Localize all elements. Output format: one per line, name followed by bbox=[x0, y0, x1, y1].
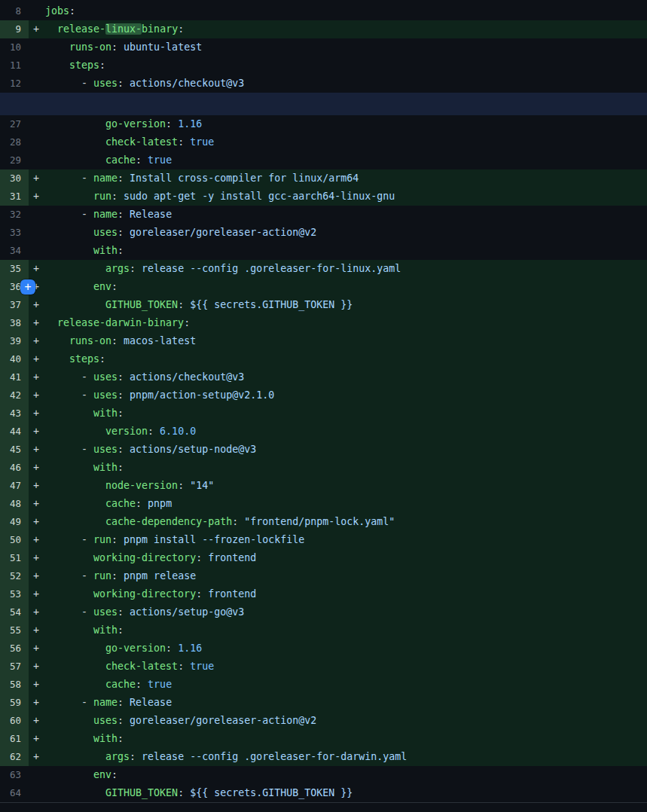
line-number[interactable]: 41 bbox=[0, 368, 29, 386]
line-number[interactable]: 27 bbox=[0, 115, 29, 133]
diff-marker bbox=[29, 206, 45, 224]
line-number[interactable]: 63 bbox=[0, 766, 29, 784]
diff-row: 61+ with: bbox=[0, 730, 647, 748]
code-token: : bbox=[148, 426, 160, 437]
code-token: uses bbox=[93, 444, 117, 455]
line-number[interactable]: 61 bbox=[0, 730, 29, 748]
line-number[interactable]: 10 bbox=[0, 38, 29, 56]
code-token: true bbox=[148, 679, 172, 690]
code-token: - bbox=[45, 78, 93, 89]
diff-marker: + bbox=[29, 296, 45, 314]
code-line: with: bbox=[45, 621, 124, 640]
diff-row: 30+ - name: Install cross-compiler for l… bbox=[0, 169, 647, 188]
code-line: uses: goreleaser/goreleaser-action@v2 bbox=[45, 224, 316, 242]
add-comment-button[interactable]: + bbox=[20, 279, 35, 295]
code-token: run bbox=[45, 191, 111, 202]
line-number[interactable]: 50 bbox=[0, 531, 29, 549]
line-number[interactable]: 58 bbox=[0, 676, 29, 694]
line-number[interactable]: 51 bbox=[0, 549, 29, 567]
code-line: - uses: pnpm/action-setup@v2.1.0 bbox=[45, 386, 274, 404]
code-token: : bbox=[99, 60, 105, 71]
diff-marker: + bbox=[29, 404, 45, 423]
diff-row: 46+ with: bbox=[0, 459, 647, 477]
line-number[interactable]: 59 bbox=[0, 694, 29, 712]
line-number[interactable]: 8 bbox=[0, 2, 29, 20]
code-token: : bbox=[117, 715, 130, 726]
code-token: - bbox=[45, 371, 93, 383]
code-token: working-directory bbox=[45, 552, 196, 563]
line-number[interactable]: 47 bbox=[0, 477, 29, 495]
diff-row: 11 steps: bbox=[0, 56, 647, 75]
diff-row: 54+ - uses: actions/setup-go@v3 bbox=[0, 603, 647, 621]
code-token: : bbox=[178, 480, 190, 491]
line-number[interactable]: 64 bbox=[0, 784, 29, 802]
code-token: frontend bbox=[208, 588, 256, 600]
line-number[interactable]: 12 bbox=[0, 75, 29, 93]
line-number[interactable]: 48 bbox=[0, 495, 29, 513]
code-token: version bbox=[45, 426, 148, 437]
line-number[interactable]: 57 bbox=[0, 658, 29, 676]
code-token: - bbox=[45, 172, 93, 184]
diff-row: 52+ - run: pnpm release bbox=[0, 567, 647, 585]
diff-marker: + bbox=[29, 459, 45, 477]
code-line: run: sudo apt-get -y install gcc-aarch64… bbox=[45, 188, 395, 206]
diff-marker bbox=[29, 242, 45, 260]
line-number[interactable]: 60 bbox=[0, 712, 29, 730]
line-number[interactable]: 54 bbox=[0, 603, 29, 621]
line-number[interactable]: 45 bbox=[0, 441, 29, 459]
code-token: goreleaser/goreleaser-action@v2 bbox=[130, 227, 316, 238]
diff-marker: + bbox=[29, 585, 45, 603]
code-line: runs-on: ubuntu-latest bbox=[45, 38, 202, 56]
line-number[interactable]: 9 bbox=[0, 20, 29, 38]
line-number[interactable]: 44 bbox=[0, 423, 29, 441]
code-token: - bbox=[45, 389, 93, 401]
expand-hunk-row[interactable] bbox=[0, 93, 647, 115]
line-number[interactable]: 42 bbox=[0, 386, 29, 404]
diff-marker: + bbox=[29, 676, 45, 694]
diff-marker: + bbox=[29, 640, 45, 658]
line-number[interactable]: 52 bbox=[0, 567, 29, 585]
line-number[interactable]: 62 bbox=[0, 748, 29, 766]
code-token: working-directory bbox=[45, 588, 196, 600]
code-line: uses: goreleaser/goreleaser-action@v2 bbox=[45, 712, 316, 730]
line-number[interactable]: 30 bbox=[0, 169, 29, 188]
line-number[interactable]: 33 bbox=[0, 224, 29, 242]
code-token: env bbox=[45, 281, 111, 292]
line-number[interactable]: 32 bbox=[0, 206, 29, 224]
diff-marker bbox=[29, 38, 45, 56]
code-token: node-version bbox=[45, 480, 178, 491]
diff-marker: + bbox=[29, 748, 45, 766]
line-number[interactable]: 55 bbox=[0, 621, 29, 640]
diff-marker bbox=[29, 133, 45, 151]
code-token: : bbox=[232, 516, 244, 527]
code-token: true bbox=[190, 661, 214, 672]
diff-marker: + bbox=[29, 169, 45, 188]
line-number[interactable]: 43 bbox=[0, 404, 29, 423]
code-line: - uses: actions/checkout@v3 bbox=[45, 368, 244, 386]
code-token: : bbox=[111, 570, 124, 582]
line-number[interactable]: 39 bbox=[0, 332, 29, 350]
line-number[interactable]: 38 bbox=[0, 314, 29, 332]
diff-row: 42+ - uses: pnpm/action-setup@v2.1.0 bbox=[0, 386, 647, 404]
line-number[interactable]: 31 bbox=[0, 188, 29, 206]
line-number[interactable]: 49 bbox=[0, 513, 29, 531]
code-line: version: 6.10.0 bbox=[45, 423, 196, 441]
line-number[interactable]: 56 bbox=[0, 640, 29, 658]
code-token: with bbox=[45, 245, 117, 256]
code-token: release-darwin-binary bbox=[45, 317, 184, 328]
line-number[interactable]: 29 bbox=[0, 151, 29, 169]
line-number[interactable]: 46 bbox=[0, 459, 29, 477]
line-number[interactable]: 53 bbox=[0, 585, 29, 603]
diff-marker: + bbox=[29, 350, 45, 368]
line-number[interactable]: 37 bbox=[0, 296, 29, 314]
code-token: : bbox=[117, 606, 130, 618]
line-number[interactable]: 28 bbox=[0, 133, 29, 151]
line-number[interactable]: 34 bbox=[0, 242, 29, 260]
line-number[interactable]: 11 bbox=[0, 56, 29, 75]
line-number[interactable]: 40 bbox=[0, 350, 29, 368]
code-token: actions/setup-go@v3 bbox=[130, 606, 244, 618]
code-token: actions/checkout@v3 bbox=[130, 78, 244, 89]
diff-row: 39+ runs-on: macos-latest bbox=[0, 332, 647, 350]
line-number[interactable]: 35 bbox=[0, 260, 29, 278]
diff-row: 40+ steps: bbox=[0, 350, 647, 368]
